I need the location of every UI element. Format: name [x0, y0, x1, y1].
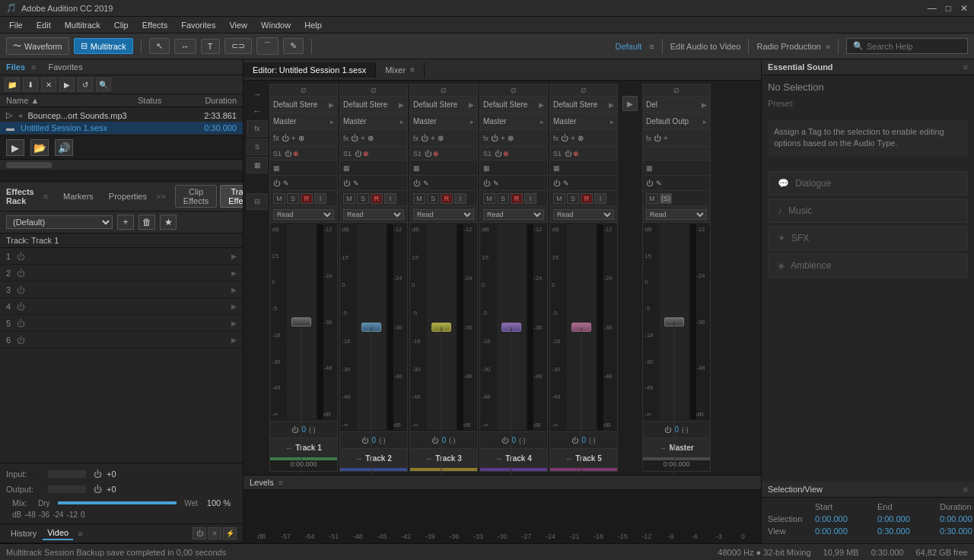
channel-input-2[interactable]: Default Stere ▶ — [340, 97, 407, 113]
bottom-action-3[interactable]: ⚡ — [223, 527, 237, 539]
insert-power-1[interactable]: ⏻ — [17, 252, 29, 261]
tool-splice[interactable]: ⊂⊃ — [224, 38, 252, 54]
fader-knob-1[interactable] — [291, 317, 311, 326]
menu-clip[interactable]: Clip — [108, 19, 135, 31]
tool-brush[interactable]: ⌒ — [256, 37, 279, 55]
rec-button-1[interactable]: R — [301, 193, 313, 204]
channel-output-master[interactable]: Default Outp ▸ — [643, 113, 710, 130]
power-icon-4[interactable]: ⏻ — [491, 134, 498, 142]
automation-select-4[interactable]: Read — [483, 209, 544, 220]
expand-icon[interactable]: >> — [156, 192, 166, 201]
close-file-button[interactable]: ✕ — [41, 78, 56, 91]
open-file-button[interactable]: 📂 — [30, 139, 49, 156]
power-icon-master[interactable]: ⏻ — [654, 134, 661, 142]
workspace-menu-icon[interactable]: ≡ — [649, 42, 654, 51]
insert-power-2[interactable]: ⏻ — [17, 269, 29, 278]
sfx-button[interactable]: ✦ SFX — [768, 226, 968, 250]
solo-button-4[interactable]: S — [497, 193, 509, 204]
history-tab[interactable]: History — [6, 527, 41, 539]
channel-input-1[interactable]: Default Stere ▶ — [270, 97, 337, 113]
solo-button-1[interactable]: S — [287, 193, 299, 204]
waveform-scrollbar[interactable] — [0, 159, 243, 170]
markers-tab[interactable]: Markers — [63, 192, 94, 201]
ambience-button[interactable]: ◈ Ambience — [768, 253, 968, 278]
rec-button-3[interactable]: R — [441, 193, 453, 204]
input-mon-1[interactable]: I — [314, 193, 326, 204]
power-icon-3[interactable]: ⏻ — [421, 134, 428, 142]
channel-name-master[interactable]: → Master — [643, 438, 710, 457]
list-item[interactable]: ▬ Untitled Session 1.sesx 0:30.000 — [0, 122, 243, 134]
search-file-button[interactable]: 🔍 — [96, 78, 111, 91]
input-mon-4[interactable]: I — [524, 193, 536, 204]
channel-input-5[interactable]: Default Stere ▶ — [550, 97, 617, 113]
power-icon[interactable]: ⏻ — [282, 134, 289, 142]
channel-name-1[interactable]: ↔ Track 1 — [270, 438, 337, 457]
channel-name-3[interactable]: ↔ Track 3 — [410, 448, 477, 468]
rec-button-5[interactable]: R — [581, 193, 593, 204]
insert-power-5[interactable]: ⏻ — [17, 319, 29, 328]
volume-button[interactable]: 🔊 — [55, 139, 73, 156]
insert-icon-ma[interactable]: + — [664, 134, 668, 142]
tool-move[interactable]: ↖ — [149, 38, 170, 54]
sv-view-duration[interactable]: 0:30.000 — [940, 527, 974, 536]
menu-favorites[interactable]: Favorites — [175, 19, 221, 31]
insert-power-3[interactable]: ⏻ — [17, 285, 29, 294]
sv-view-end[interactable]: 0:30.000 — [877, 527, 938, 536]
fader-track-5[interactable] — [567, 224, 596, 430]
insert-icon-5a[interactable]: + — [571, 134, 575, 142]
levels-menu-icon[interactable]: ≡ — [279, 478, 283, 487]
menu-multitrack[interactable]: Multitrack — [59, 19, 107, 31]
insert-icon-2a[interactable]: + — [361, 134, 365, 142]
mute-button-1[interactable]: M — [273, 193, 285, 204]
presets-select[interactable]: (Default) — [6, 215, 113, 229]
mute-button-4[interactable]: M — [483, 193, 495, 204]
menu-window[interactable]: Window — [255, 19, 297, 31]
rec-button-2[interactable]: R — [371, 193, 383, 204]
automation-select-1[interactable]: Read — [273, 209, 334, 220]
mute-button-3[interactable]: M — [413, 193, 425, 204]
menu-help[interactable]: Help — [298, 19, 328, 31]
channel-input-master[interactable]: Del ▶ — [643, 97, 710, 113]
input-mon-3[interactable]: I — [454, 193, 466, 204]
mute-button-2[interactable]: M — [343, 193, 355, 204]
effects-menu-icon[interactable]: ≡ — [43, 192, 48, 201]
fader-track-1[interactable] — [287, 224, 316, 419]
channel-name-2[interactable]: ↔ Track 2 — [340, 448, 407, 468]
sv-menu-icon[interactable]: ≡ — [963, 485, 968, 494]
dialogue-button[interactable]: 💬 Dialogue — [768, 171, 968, 196]
channel-output-5[interactable]: Master ▸ — [550, 113, 617, 130]
video-menu-icon[interactable]: ≡ — [78, 529, 82, 538]
input-mon-5[interactable]: I — [594, 193, 606, 204]
fader-track-4[interactable] — [497, 224, 526, 430]
loop-button[interactable]: ↺ — [78, 78, 93, 91]
add-preset-button[interactable]: + — [117, 215, 134, 230]
tool-pencil[interactable]: ✎ — [283, 38, 304, 54]
automation-select-5[interactable]: Read — [553, 209, 614, 220]
video-tab[interactable]: Video — [43, 527, 73, 540]
tool-text[interactable]: T — [201, 39, 220, 54]
multitrack-button[interactable]: ⊟ Multitrack — [74, 38, 133, 54]
properties-tab[interactable]: Properties — [109, 192, 147, 201]
close-button[interactable]: ✕ — [960, 3, 968, 14]
editor-tab-mixer[interactable]: Mixer ≡ — [376, 62, 425, 78]
insert-icon-5b[interactable]: ⊕ — [578, 134, 584, 142]
insert-icon-3b[interactable]: ⊕ — [438, 134, 444, 142]
maximize-button[interactable]: □ — [946, 3, 951, 14]
insert-icon-3a[interactable]: + — [431, 134, 435, 142]
scroll-right-button[interactable]: ▶ — [622, 96, 638, 111]
sv-view-start[interactable]: 0:00.000 — [815, 527, 876, 536]
channel-output-1[interactable]: Master ▸ — [270, 113, 337, 130]
channel-name-4[interactable]: ↔ Track 4 — [480, 448, 547, 468]
channel-output-2[interactable]: Master ▸ — [340, 113, 407, 130]
favorites-tab[interactable]: Favorites — [49, 62, 83, 72]
mute-button-master[interactable]: M — [646, 193, 658, 204]
sv-sel-end[interactable]: 0:00.000 — [877, 514, 938, 523]
play-button[interactable]: ▶ — [6, 139, 24, 156]
clip-effects-tab[interactable]: Clip Effects — [175, 185, 217, 208]
remove-preset-button[interactable]: 🗑 — [138, 215, 155, 230]
channel-input-4[interactable]: Default Stere ▶ — [480, 97, 547, 113]
channel-output-3[interactable]: Master ▸ — [410, 113, 477, 130]
insert-icon-4b[interactable]: ⊕ — [508, 134, 514, 142]
menu-edit[interactable]: Edit — [30, 19, 57, 31]
fader-track-2[interactable] — [357, 224, 386, 430]
